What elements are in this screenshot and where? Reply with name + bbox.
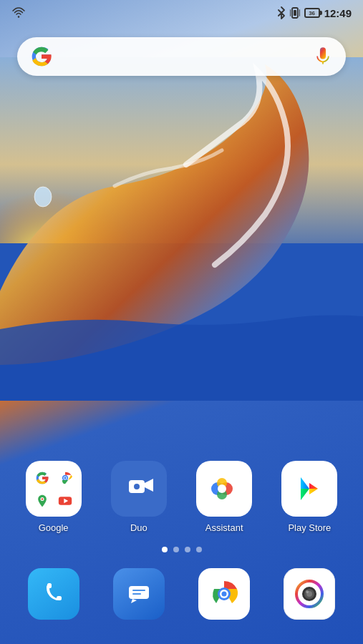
app-grid: Google Duo Assistant <box>0 461 363 533</box>
dock-item-phone[interactable] <box>14 558 92 630</box>
assistant-icon <box>196 461 252 517</box>
assistant-label: Assistant <box>205 522 243 533</box>
svg-point-3 <box>34 187 52 207</box>
svg-point-10 <box>64 477 66 479</box>
app-item-playstore[interactable]: Play Store <box>271 461 349 533</box>
playstore-label: Play Store <box>288 522 331 533</box>
svg-marker-16 <box>145 479 153 492</box>
app-item-google[interactable]: Google <box>14 461 92 533</box>
svg-point-17 <box>134 484 140 489</box>
dock-item-camera[interactable] <box>271 558 349 630</box>
time-display: 12:49 <box>324 7 352 19</box>
page-dots <box>0 547 363 552</box>
mic-icon[interactable] <box>313 47 333 67</box>
dock-item-chrome[interactable] <box>185 558 263 630</box>
google-folder-icon <box>26 461 82 517</box>
google-logo <box>30 45 53 68</box>
svg-point-35 <box>222 592 227 597</box>
chrome-dock-icon <box>198 568 250 620</box>
playstore-icon <box>281 461 337 517</box>
phone-icon <box>28 568 79 620</box>
app-item-duo[interactable]: Duo <box>100 461 178 533</box>
battery-icon: 36 <box>304 8 320 18</box>
dot-0[interactable] <box>162 547 168 552</box>
svg-point-22 <box>218 484 226 493</box>
dot-2[interactable] <box>185 547 190 552</box>
svg-rect-5 <box>294 10 296 16</box>
search-bar[interactable] <box>17 37 346 76</box>
wifi-icon <box>11 7 26 19</box>
svg-rect-31 <box>132 593 141 595</box>
svg-point-40 <box>306 590 309 593</box>
camera-icon <box>284 568 335 620</box>
svg-marker-27 <box>309 489 318 494</box>
folder-app-google <box>32 468 52 488</box>
dock-item-messages[interactable] <box>100 558 178 630</box>
vibrate-icon <box>290 6 300 19</box>
svg-marker-29 <box>131 599 137 603</box>
messages-icon <box>113 568 165 620</box>
svg-rect-28 <box>129 586 149 599</box>
status-right: 36 12:49 <box>277 6 352 19</box>
dot-3[interactable] <box>196 547 202 552</box>
duo-icon <box>111 461 167 517</box>
status-left <box>11 7 26 19</box>
svg-point-12 <box>41 498 43 500</box>
bluetooth-icon <box>277 6 286 19</box>
dot-1[interactable] <box>173 547 179 552</box>
app-item-assistant[interactable]: Assistant <box>185 461 263 533</box>
dock <box>9 558 354 630</box>
status-bar: 36 12:49 <box>0 0 363 26</box>
folder-app-chrome <box>55 468 75 488</box>
wave-illustration <box>0 57 363 401</box>
folder-app-maps <box>32 491 52 511</box>
duo-label: Duo <box>130 522 147 533</box>
svg-marker-26 <box>309 483 318 489</box>
folder-app-youtube <box>55 491 75 511</box>
google-folder-label: Google <box>39 522 69 533</box>
svg-rect-30 <box>132 590 145 591</box>
